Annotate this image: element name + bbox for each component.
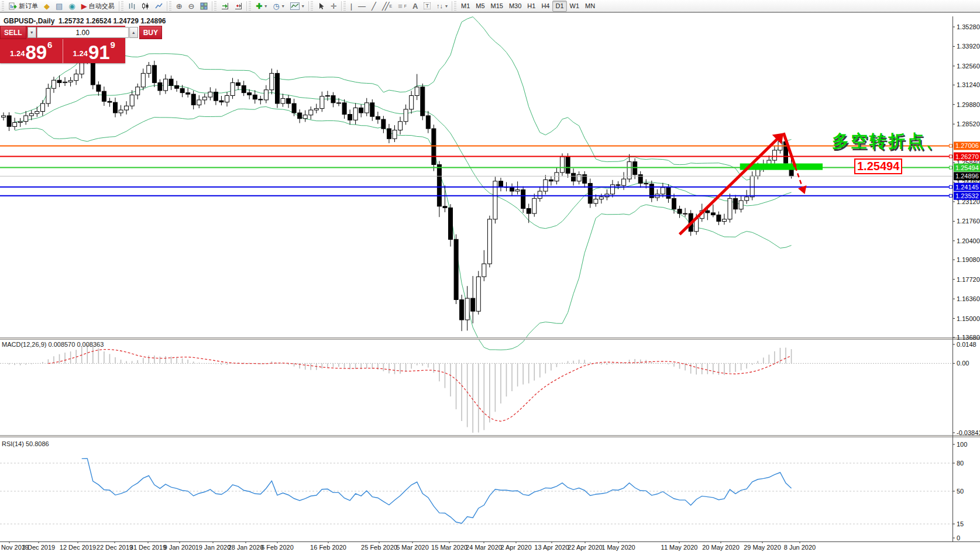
toolbar-group-handle[interactable] — [2, 1, 4, 11]
macd-label: MACD(12,26,9) 0.008570 0.008363 — [2, 341, 104, 348]
candle-body — [499, 181, 503, 187]
buy-price[interactable]: 1.24 91 9 — [63, 39, 126, 63]
time-axis-labels: Nov 20193 Dec 201912 Dec 201922 Dec 2019… — [1, 541, 816, 551]
candle-body — [225, 96, 229, 102]
candle-body — [739, 201, 743, 209]
candle-body — [577, 175, 581, 181]
svg-text:16 Feb 2020: 16 Feb 2020 — [310, 544, 346, 551]
candle-body — [465, 298, 469, 320]
market-watch-button[interactable]: ◆ — [41, 1, 53, 12]
price-annotation-tag[interactable]: 1.25494 — [854, 158, 902, 174]
auto-scroll-button[interactable] — [218, 1, 232, 12]
candle-body — [443, 206, 447, 208]
candle-body — [515, 190, 520, 192]
toolbar-group-handle[interactable] — [343, 1, 346, 11]
sell-button[interactable]: SELL — [0, 26, 26, 39]
autotrading-button[interactable]: ▶自动交易 — [78, 1, 118, 12]
svg-text:1.33920: 1.33920 — [957, 43, 980, 50]
buy-price-prefix: 1.24 — [73, 49, 88, 58]
plot-area — [0, 17, 953, 524]
svg-text:6 Feb 2020: 6 Feb 2020 — [261, 544, 294, 551]
timeframe-m30[interactable]: M30 — [506, 1, 524, 12]
bar-chart-button[interactable] — [125, 1, 139, 12]
arrows-button[interactable]: ↑↓▾ — [434, 1, 451, 12]
candle-body — [482, 264, 486, 277]
candle-body — [292, 104, 296, 113]
chart-shift-button[interactable] — [232, 1, 245, 12]
chart-canvas[interactable]: 1.352801.339201.325601.312401.298801.285… — [0, 0, 980, 552]
new-order-button[interactable]: 新订单 — [6, 1, 41, 12]
line-chart-button[interactable] — [152, 1, 166, 12]
svg-text:2 Apr 2020: 2 Apr 2020 — [500, 544, 531, 551]
periods-button[interactable]: ◷▾ — [270, 1, 287, 12]
timeframe-h4[interactable]: H4 — [538, 1, 552, 12]
terminal-button[interactable]: ▤ — [53, 1, 66, 12]
svg-text:0.00: 0.00 — [957, 360, 969, 367]
fibonacci-button[interactable]: ≡F — [395, 1, 410, 12]
label-button[interactable]: T — [421, 1, 434, 12]
channel-button[interactable]: ╱╱E — [379, 1, 395, 12]
horizontal-line-button[interactable]: — — [355, 1, 369, 12]
text-button[interactable]: A — [410, 1, 421, 12]
tile-windows-button[interactable] — [197, 1, 211, 12]
chart-text-annotation[interactable]: 多空转折点、 — [832, 130, 944, 153]
zoom-out-button[interactable]: ⊖ — [185, 1, 198, 12]
candle-body — [711, 213, 715, 215]
cursor-button[interactable] — [315, 1, 328, 12]
svg-text:9 Jan 2020: 9 Jan 2020 — [164, 544, 195, 551]
candle-body — [426, 116, 430, 129]
candle-body — [298, 113, 302, 119]
candle-body — [74, 74, 78, 81]
svg-text:28 Jan 2020: 28 Jan 2020 — [228, 544, 264, 551]
timeframe-m15[interactable]: M15 — [488, 1, 506, 12]
candles-layer — [2, 29, 794, 331]
toolbar-group-handle[interactable] — [169, 1, 171, 11]
svg-text:1.23532: 1.23532 — [955, 192, 979, 199]
volume-input[interactable] — [37, 27, 129, 38]
timeframe-h1[interactable]: H1 — [524, 1, 538, 12]
timeframe-m1[interactable]: M1 — [458, 1, 473, 12]
signals-button[interactable]: ◉ — [66, 1, 78, 12]
candle-body — [259, 99, 263, 100]
svg-text:1.19080: 1.19080 — [957, 256, 980, 263]
templates-button[interactable]: ▾ — [287, 1, 307, 12]
candle-body — [387, 129, 391, 139]
candle-body — [102, 91, 106, 101]
add-indicator-button[interactable]: ✚▾ — [253, 1, 270, 12]
crosshair-button[interactable]: ✛ — [328, 1, 340, 12]
svg-text:19 Jan 2020: 19 Jan 2020 — [195, 544, 231, 551]
timeframe-m5[interactable]: M5 — [473, 1, 487, 12]
volume-increase-button[interactable]: ▲ — [129, 27, 138, 38]
candle-body — [2, 116, 6, 118]
sell-price[interactable]: 1.24 89 6 — [0, 39, 63, 63]
volume-decrease-button[interactable]: ▼ — [27, 27, 36, 38]
toolbar-group-handle[interactable] — [454, 1, 456, 11]
candle-body — [68, 81, 73, 82]
candle-body — [538, 191, 542, 198]
timeframe-d1[interactable]: D1 — [552, 1, 566, 12]
toolbar-group-handle[interactable] — [311, 1, 313, 11]
candle-body — [437, 165, 441, 206]
candle-body — [325, 96, 329, 96]
toolbar-group-handle[interactable] — [249, 1, 251, 11]
toolbar-separator — [246, 1, 247, 11]
zoom-in-button[interactable]: ⊕ — [173, 1, 185, 12]
toolbar-group-handle[interactable] — [121, 1, 123, 11]
dashed-arrow-object[interactable] — [795, 167, 806, 194]
toolbar-separator — [119, 1, 119, 11]
buy-button[interactable]: BUY — [139, 26, 162, 39]
candle-body — [114, 102, 118, 113]
vertical-line-button[interactable]: | — [348, 1, 355, 12]
candle-body — [683, 213, 687, 214]
svg-text:22 Dec 2019: 22 Dec 2019 — [97, 544, 133, 551]
candle-body — [521, 190, 525, 209]
trendline-button[interactable]: ╱ — [369, 1, 379, 12]
svg-text:1.24145: 1.24145 — [955, 184, 979, 191]
candle-body — [616, 185, 620, 185]
timeframe-w1[interactable]: W1 — [567, 1, 583, 12]
candlestick-button[interactable] — [139, 1, 152, 12]
toolbar-group-handle[interactable] — [214, 1, 216, 11]
chevron-down-icon: ▾ — [282, 4, 284, 9]
toolbar-separator — [308, 1, 309, 11]
timeframe-mn[interactable]: MN — [582, 1, 598, 12]
